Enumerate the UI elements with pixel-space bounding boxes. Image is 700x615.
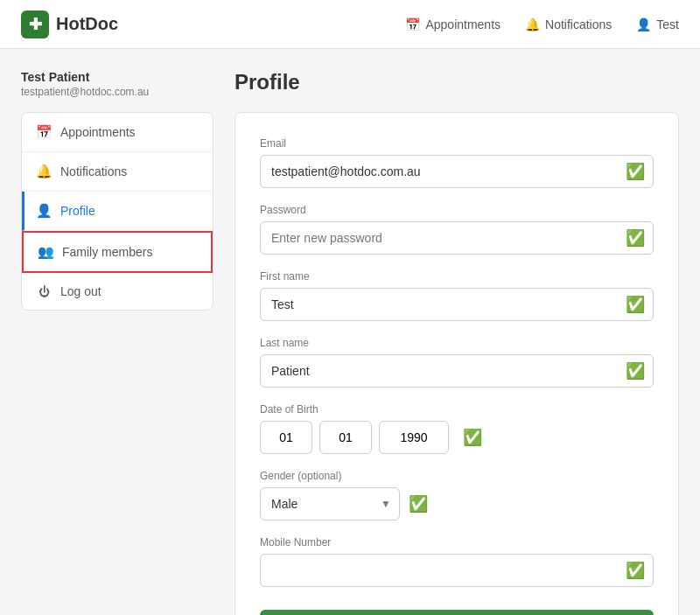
lastname-input-wrapper: ✅: [260, 354, 654, 388]
sidebar: Test Patient testpatient@hotdoc.com.au 📅…: [21, 70, 214, 615]
sidebar-item-appointments[interactable]: 📅 Appointments: [22, 113, 213, 152]
sidebar-user-email: testpatient@hotdoc.com.au: [21, 86, 214, 98]
family-icon: 👥: [38, 244, 53, 260]
sidebar-item-notifications[interactable]: 🔔 Notifications: [22, 152, 213, 192]
mobile-group: Mobile Number ✅: [260, 536, 654, 587]
mobile-label: Mobile Number: [260, 536, 654, 549]
sidebar-item-logout[interactable]: ⏻ Log out: [22, 273, 213, 310]
dob-check-icon: ✅: [463, 428, 482, 447]
sidebar-item-family[interactable]: 👥 Family members: [22, 231, 213, 273]
sidebar-item-label: Profile: [60, 204, 95, 218]
user-icon: 👤: [636, 17, 651, 31]
header: ✚ HotDoc 📅 Appointments 🔔 Notifications …: [0, 0, 700, 49]
header-nav: 📅 Appointments 🔔 Notifications 👤 Test: [405, 17, 679, 31]
save-button[interactable]: Save Changes: [260, 610, 654, 615]
hotdoc-logo-icon: ✚: [21, 10, 49, 38]
nav-notifications[interactable]: 🔔 Notifications: [525, 17, 612, 31]
firstname-label: First name: [260, 270, 654, 283]
gender-row: Male Female Other ▼ ✅: [260, 487, 654, 521]
password-check-icon: ✅: [626, 228, 645, 248]
sidebar-item-label: Notifications: [60, 164, 127, 178]
lastname-input[interactable]: [260, 354, 654, 388]
lastname-check-icon: ✅: [626, 361, 645, 381]
dob-row: ✅: [260, 421, 654, 454]
lastname-group: Last name ✅: [260, 337, 654, 388]
logout-icon: ⏻: [36, 285, 52, 298]
gender-select-wrapper: Male Female Other ▼: [260, 487, 400, 521]
sidebar-item-label: Log out: [60, 284, 102, 298]
gender-group: Gender (optional) Male Female Other ▼ ✅: [260, 470, 654, 521]
sidebar-item-profile[interactable]: 👤 Profile: [22, 192, 213, 231]
mobile-input[interactable]: [260, 554, 654, 587]
dob-label: Date of Birth: [260, 403, 654, 416]
svg-text:✚: ✚: [29, 16, 42, 33]
password-input-wrapper: ✅: [260, 221, 654, 255]
calendar-icon: 📅: [405, 17, 420, 31]
logo-text: HotDoc: [56, 14, 118, 34]
sidebar-item-label: Family members: [62, 245, 152, 259]
password-group: Password ✅: [260, 204, 654, 255]
sidebar-item-label: Appointments: [60, 125, 136, 139]
gender-label: Gender (optional): [260, 470, 654, 482]
gender-check-icon: ✅: [409, 494, 428, 514]
lastname-label: Last name: [260, 337, 654, 349]
email-label: Email: [260, 137, 654, 150]
profile-card: Email ✅ Password ✅ First name ✅: [234, 112, 679, 615]
password-input[interactable]: [260, 221, 654, 255]
logo[interactable]: ✚ HotDoc: [21, 10, 118, 38]
user-icon: 👤: [36, 203, 52, 219]
main-content: Test Patient testpatient@hotdoc.com.au 📅…: [0, 49, 700, 615]
mobile-input-wrapper: ✅: [260, 554, 654, 587]
bell-icon: 🔔: [525, 17, 540, 31]
content-area: Profile Email ✅ Password ✅ First: [234, 70, 679, 615]
calendar-icon: 📅: [36, 124, 52, 140]
firstname-input[interactable]: [260, 288, 654, 321]
email-input-wrapper: ✅: [260, 155, 654, 188]
dob-day-input[interactable]: [260, 421, 312, 454]
nav-user[interactable]: 👤 Test: [636, 17, 679, 31]
firstname-group: First name ✅: [260, 270, 654, 321]
nav-appointments[interactable]: 📅 Appointments: [405, 17, 500, 31]
bell-icon: 🔔: [36, 164, 52, 179]
dob-year-input[interactable]: [379, 421, 449, 454]
firstname-input-wrapper: ✅: [260, 288, 654, 321]
dob-group: Date of Birth ✅: [260, 403, 654, 454]
email-group: Email ✅: [260, 137, 654, 188]
mobile-check-icon: ✅: [626, 561, 645, 580]
firstname-check-icon: ✅: [626, 295, 645, 314]
gender-select[interactable]: Male Female Other: [260, 487, 400, 521]
sidebar-user-name: Test Patient: [21, 70, 214, 84]
page-title: Profile: [234, 70, 679, 94]
email-input[interactable]: [260, 155, 654, 188]
dob-month-input[interactable]: [319, 421, 372, 454]
sidebar-menu: 📅 Appointments 🔔 Notifications 👤 Profile…: [21, 112, 214, 311]
password-label: Password: [260, 204, 654, 216]
email-check-icon: ✅: [626, 162, 645, 181]
